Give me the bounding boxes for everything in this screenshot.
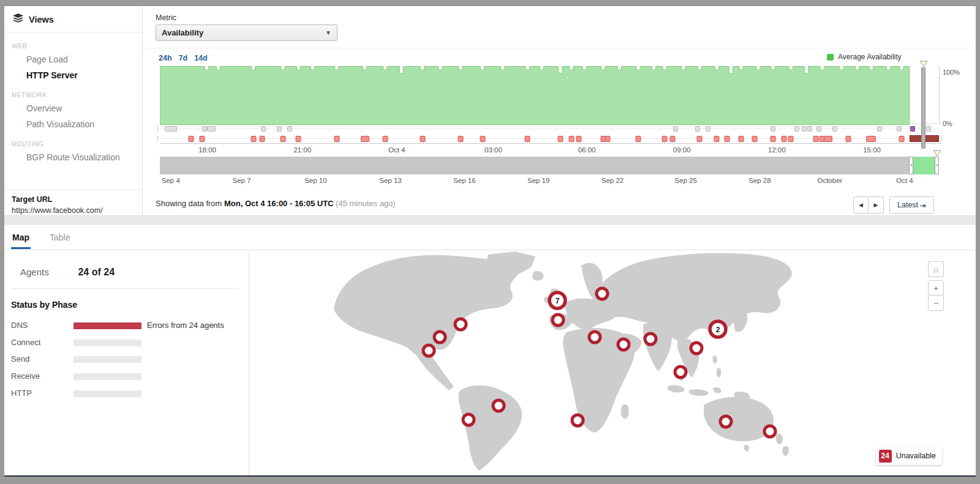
agent-marker[interactable] (764, 426, 775, 437)
tab-map[interactable]: Map (11, 225, 31, 249)
sidebar-item-path-visualization[interactable]: Path Visualization (4, 116, 142, 132)
error-marker[interactable] (334, 136, 339, 142)
phase-label: Receive (11, 371, 40, 381)
event-marker[interactable] (832, 126, 837, 132)
error-marker[interactable] (458, 136, 463, 142)
agent-marker[interactable] (589, 332, 600, 343)
agent-marker[interactable] (493, 400, 504, 411)
event-marker[interactable] (277, 126, 282, 132)
error-marker[interactable] (420, 136, 425, 142)
sidebar-item-bgp-route-visualization[interactable]: BGP Route Visualization (4, 149, 142, 165)
error-marker[interactable] (866, 136, 876, 142)
agent-marker[interactable] (572, 415, 583, 426)
agent-marker[interactable] (463, 414, 474, 425)
event-marker[interactable] (926, 126, 931, 132)
event-marker[interactable] (165, 126, 177, 132)
event-marker[interactable] (207, 126, 216, 132)
event-marker[interactable] (794, 126, 799, 132)
event-marker[interactable] (877, 126, 882, 132)
sidebar-item-http-server[interactable]: HTTP Server (4, 67, 142, 83)
error-marker[interactable] (824, 136, 832, 142)
error-marker[interactable] (813, 136, 819, 142)
error-marker[interactable] (361, 136, 369, 142)
agent-marker[interactable] (675, 367, 686, 378)
error-marker[interactable] (557, 136, 563, 142)
error-marker[interactable] (605, 136, 611, 142)
event-marker[interactable] (261, 126, 266, 132)
agent-marker[interactable] (645, 333, 656, 344)
scrubber-date-label: Sep 25 (674, 177, 696, 184)
error-marker[interactable] (781, 136, 786, 142)
timeline-scrubber[interactable] (160, 157, 939, 174)
agent-cluster-marker[interactable]: 2 (710, 321, 726, 337)
time-range-7d[interactable]: 7d (179, 54, 188, 62)
error-marker[interactable] (296, 136, 301, 142)
event-marker[interactable] (807, 126, 812, 132)
previous-round-button[interactable]: ◀ (853, 196, 869, 214)
agent-marker[interactable] (691, 343, 702, 354)
event-marker[interactable] (202, 126, 207, 132)
time-selector-handle[interactable] (919, 61, 928, 67)
agent-marker[interactable] (597, 288, 608, 299)
continent-shape (668, 385, 685, 392)
sidebar-item-overview[interactable]: Overview (4, 100, 142, 116)
agent-marker[interactable] (455, 319, 466, 330)
error-marker[interactable] (899, 136, 904, 142)
scrubber-handle-right[interactable] (935, 157, 939, 174)
zoom-out-button[interactable]: − (928, 296, 944, 311)
agent-cluster-marker[interactable]: 7 (549, 292, 565, 308)
error-marker[interactable] (662, 136, 668, 142)
error-marker[interactable] (259, 136, 265, 142)
error-marker[interactable] (771, 136, 776, 142)
agent-marker[interactable] (434, 332, 445, 343)
world-map[interactable]: 72 ⌂ + − 24 Unavailable (249, 251, 976, 475)
event-marker[interactable] (695, 126, 700, 132)
scrubber-date-label: Sep 4 (162, 177, 180, 184)
error-marker[interactable] (738, 136, 744, 142)
next-round-button[interactable]: ▶ (869, 196, 884, 214)
event-marker[interactable] (897, 126, 902, 132)
error-marker[interactable] (525, 136, 530, 142)
error-marker[interactable] (669, 136, 675, 142)
error-marker[interactable] (714, 136, 720, 142)
event-marker[interactable] (802, 126, 807, 132)
error-marker[interactable] (568, 136, 574, 142)
scrubber-position-marker[interactable] (933, 150, 941, 157)
zoom-in-button[interactable]: + (928, 280, 944, 296)
agent-marker[interactable] (552, 315, 564, 326)
scrubber-handle-left[interactable] (909, 157, 913, 174)
time-range-24h[interactable]: 24h (159, 54, 172, 62)
error-marker[interactable] (199, 136, 205, 142)
time-selector-bar[interactable] (921, 67, 925, 149)
error-marker[interactable] (752, 136, 757, 142)
error-marker[interactable] (251, 136, 256, 142)
selected-event-marker[interactable] (910, 126, 915, 132)
error-marker[interactable] (382, 136, 388, 142)
error-marker[interactable] (788, 136, 794, 142)
availability-area-chart[interactable] (160, 66, 939, 125)
error-marker[interactable] (725, 136, 730, 142)
event-marker[interactable] (771, 126, 775, 132)
event-marker[interactable] (287, 126, 292, 132)
sidebar-item-page-load[interactable]: Page Load (4, 51, 142, 67)
event-marker[interactable] (816, 126, 821, 132)
error-marker[interactable] (280, 136, 285, 142)
error-marker[interactable] (697, 136, 703, 142)
error-marker[interactable] (636, 136, 641, 142)
error-marker[interactable] (188, 136, 194, 142)
continent-shape (713, 356, 717, 363)
tab-table[interactable]: Table (48, 225, 71, 249)
agent-marker[interactable] (423, 345, 434, 356)
error-marker[interactable] (480, 136, 485, 142)
agent-marker[interactable] (720, 416, 731, 427)
status-row: Showing data from Mon, Oct 4 16:00 - 16:… (143, 193, 976, 215)
event-marker[interactable] (706, 126, 710, 132)
map-home-button[interactable]: ⌂ (928, 261, 944, 277)
latest-button[interactable]: Latest⇥ (889, 196, 934, 214)
error-marker[interactable] (576, 136, 582, 142)
agent-marker[interactable] (618, 339, 629, 350)
metric-dropdown[interactable]: Availability ▼ (156, 24, 337, 41)
event-marker[interactable] (673, 126, 678, 132)
error-marker[interactable] (846, 136, 851, 142)
time-range-14d[interactable]: 14d (194, 54, 208, 62)
